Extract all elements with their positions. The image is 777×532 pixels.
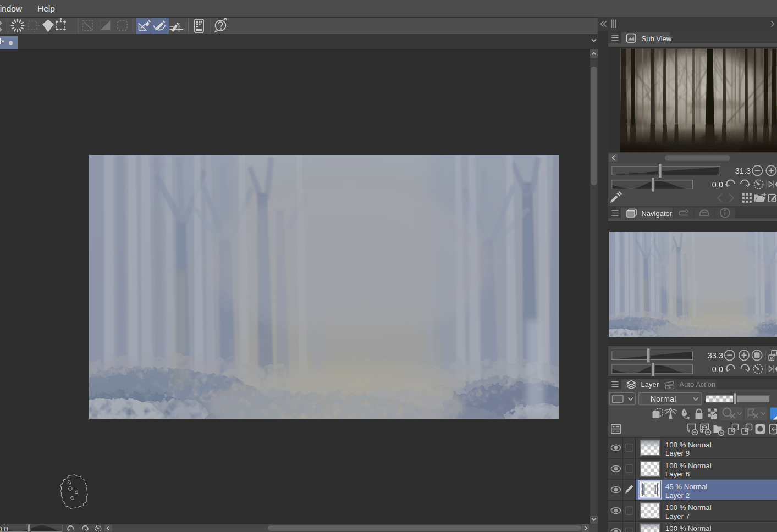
svg-text:*: *: [1, 37, 4, 47]
svg-text:0.0: 0.0: [0, 525, 8, 532]
svg-text:Layer 7: Layer 7: [665, 512, 690, 520]
svg-text:45 % Normal: 45 % Normal: [665, 483, 707, 491]
svg-text:100 % Normal: 100 % Normal: [665, 441, 712, 449]
svg-text:100 % Normal: 100 % Normal: [665, 462, 712, 470]
svg-text:Window: Window: [0, 4, 23, 13]
svg-text:Normal: Normal: [651, 395, 676, 403]
svg-text:Layer 2: Layer 2: [665, 491, 690, 500]
svg-text:0.0: 0.0: [712, 365, 723, 374]
svg-text:Layer 6: Layer 6: [665, 470, 690, 478]
svg-text:33.3: 33.3: [708, 351, 723, 360]
svg-text:Auto Action: Auto Action: [680, 380, 716, 389]
svg-text:100 % Normal: 100 % Normal: [665, 524, 712, 532]
svg-text:Help: Help: [37, 4, 55, 13]
svg-text:Layer: Layer: [641, 380, 659, 389]
svg-text:Layer 9: Layer 9: [665, 449, 690, 457]
svg-text:Sub View: Sub View: [642, 35, 672, 43]
svg-text:0.0: 0.0: [712, 180, 723, 189]
svg-text:Navigator: Navigator: [642, 209, 673, 218]
svg-text:31.3: 31.3: [735, 167, 751, 175]
svg-text:100 % Normal: 100 % Normal: [665, 503, 712, 512]
